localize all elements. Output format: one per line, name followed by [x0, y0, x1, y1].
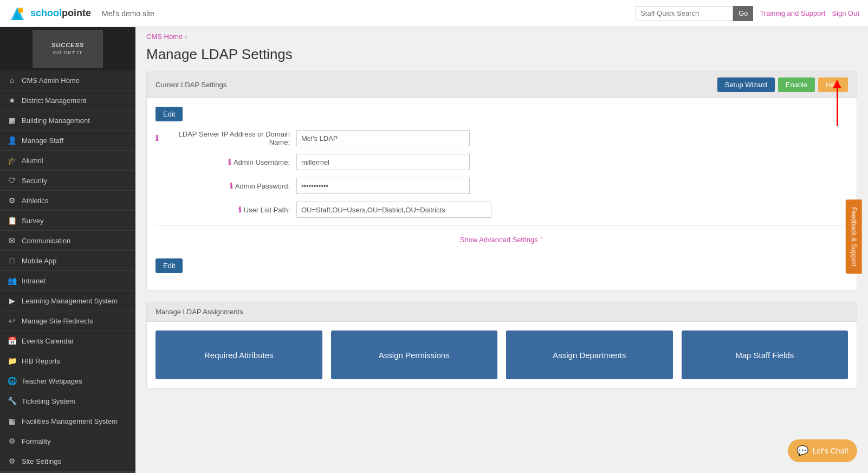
formality-icon: ⚙	[8, 437, 16, 445]
mobile-icon: □	[8, 256, 16, 265]
sidebar-label: CMS Admin Home	[22, 76, 80, 85]
logo-text: schoolpointe	[30, 8, 91, 19]
signout-link[interactable]: Sign Out	[832, 9, 859, 17]
sidebar-item-athletics[interactable]: ⚙ Athletics	[0, 191, 135, 211]
sidebar-item-communication[interactable]: ✉ Communication	[0, 231, 135, 251]
alumni-icon: 🎓	[8, 156, 16, 165]
sidebar-label: Learning Management System	[22, 297, 118, 305]
content-area: CMS Home › Manage LDAP Settings Current …	[135, 27, 868, 473]
assign-permissions-card[interactable]: Assign Permissions	[331, 331, 498, 379]
sidebar-label: Athletics	[22, 197, 48, 205]
breadcrumb: CMS Home ›	[135, 27, 868, 46]
assignments-panel-header: Manage LDAP Assignments	[147, 302, 857, 322]
sidebar-banner: SUCCESSgo get it	[0, 27, 135, 70]
sidebar-label: Manage Site Redirects	[22, 317, 93, 325]
lms-icon: ▶	[8, 296, 16, 305]
sidebar-label: Formality	[22, 437, 50, 445]
map-staff-fields-card[interactable]: Map Staff Fields	[682, 331, 848, 379]
sidebar-banner-image: SUCCESSgo get it	[33, 30, 103, 68]
sidebar-item-manage-staff[interactable]: 👤 Manage Staff	[0, 131, 135, 151]
advanced-divider-bottom	[156, 254, 848, 254]
main-layout: SUCCESSgo get it ⌂ CMS Admin Home ★ Dist…	[0, 27, 868, 473]
logo-area: schoolpointe Mel's demo site	[9, 5, 154, 22]
sidebar-item-building-mgmt[interactable]: ▦ Building Management	[0, 111, 135, 131]
sidebar-label: HIB Reports	[22, 357, 60, 365]
required-attributes-card[interactable]: Required Attributes	[156, 331, 322, 379]
logo-icon	[9, 5, 26, 22]
edit-button-bottom[interactable]: Edit	[156, 258, 183, 273]
sidebar-item-alumni[interactable]: 🎓 Alumni	[0, 151, 135, 171]
sidebar-item-security[interactable]: 🛡 Security	[0, 171, 135, 191]
sidebar-label: Survey	[22, 217, 43, 225]
sidebar-label: Site Settings	[22, 457, 61, 465]
sidebar-item-cms-admin[interactable]: ⌂ CMS Admin Home	[0, 70, 135, 90]
assign-departments-card[interactable]: Assign Departments	[506, 331, 673, 379]
search-input[interactable]	[636, 6, 733, 21]
sidebar-item-facilities[interactable]: ▦ Facilities Management System	[0, 411, 135, 431]
form-row-user-list-path: ℹ User List Path:	[156, 202, 848, 218]
settings-icon: ⚙	[8, 457, 16, 465]
admin-username-input[interactable]	[296, 154, 470, 170]
svg-point-2	[18, 8, 23, 13]
form-label-admin-username: ℹ Admin Username:	[156, 158, 296, 166]
shield-icon: 🛡	[8, 176, 16, 185]
red-arrow	[833, 80, 841, 126]
go-button[interactable]: Go	[733, 6, 753, 21]
home-icon: ⌂	[8, 76, 16, 85]
sidebar-item-ticketing[interactable]: 🔧 Ticketing System	[0, 391, 135, 411]
sidebar-item-survey[interactable]: 📋 Survey	[0, 211, 135, 231]
show-advanced-link[interactable]: Show Advanced Settings ˅	[156, 230, 848, 249]
advanced-divider	[156, 225, 848, 226]
star-icon: ★	[8, 96, 16, 105]
communication-icon: ✉	[8, 236, 16, 245]
setup-wizard-button[interactable]: Setup Wizard	[717, 77, 775, 92]
current-ldap-panel-header: Current LDAP Settings Setup Wizard Enabl…	[147, 72, 857, 98]
training-link[interactable]: Training and Support	[760, 9, 825, 17]
redirects-icon: ↩	[8, 316, 16, 325]
ldap-server-input[interactable]	[296, 130, 470, 146]
edit-button-top[interactable]: Edit	[156, 107, 183, 121]
search-box: Go	[636, 6, 753, 21]
form-row-ldap-server: ℹ LDAP Server IP Address or Domain Name:	[156, 130, 848, 146]
sidebar-item-teacher-webpages[interactable]: 🌐 Teacher Webpages	[0, 371, 135, 391]
sidebar-item-site-redirects[interactable]: ↩ Manage Site Redirects	[0, 311, 135, 331]
info-icon-admin-username: ℹ	[228, 158, 231, 166]
reports-icon: 📁	[8, 357, 16, 365]
sidebar-label: Teacher Webpages	[22, 377, 82, 385]
current-ldap-panel-title: Current LDAP Settings	[156, 81, 226, 89]
chat-button[interactable]: 💬 Let's Chat!	[788, 439, 858, 462]
form-label-admin-password: ℹ Admin Password:	[156, 182, 296, 190]
sidebar-label: Facilities Management System	[22, 417, 118, 425]
user-list-path-input[interactable]	[296, 202, 491, 218]
sidebar-item-events-calendar[interactable]: 📅 Events Calendar	[0, 331, 135, 351]
sidebar-item-site-settings[interactable]: ⚙ Site Settings	[0, 451, 135, 471]
enable-button[interactable]: Enable	[778, 77, 815, 92]
assignment-grid: Required Attributes Assign Permissions A…	[147, 322, 857, 388]
sidebar-item-formality[interactable]: ⚙ Formality	[0, 431, 135, 451]
sidebar-label: Alumni	[22, 157, 43, 165]
sidebar-label: Manage Staff	[22, 137, 63, 145]
sidebar-label: Mobile App	[22, 257, 56, 265]
staff-icon: 👤	[8, 136, 16, 145]
sidebar-label: Communication	[22, 237, 70, 245]
assignments-panel-title: Manage LDAP Assignments	[156, 308, 243, 316]
form-row-admin-password: ℹ Admin Password:	[156, 178, 848, 194]
admin-password-input[interactable]	[296, 178, 470, 194]
sidebar-item-lms[interactable]: ▶ Learning Management System	[0, 291, 135, 311]
intranet-icon: 👥	[8, 276, 16, 285]
sidebar-label: Events Calendar	[22, 337, 74, 345]
sidebar-item-district-mgmt[interactable]: ★ District Management	[0, 90, 135, 111]
breadcrumb-separator: ›	[185, 33, 187, 41]
calendar-icon: 📅	[8, 336, 16, 345]
feedback-tab[interactable]: Feedback & Support	[845, 199, 861, 274]
site-name: Mel's demo site	[102, 9, 154, 18]
sidebar-label: Building Management	[22, 116, 90, 125]
sidebar-label: Intranet	[22, 277, 46, 285]
survey-icon: 📋	[8, 216, 16, 225]
sidebar-item-intranet[interactable]: 👥 Intranet	[0, 271, 135, 291]
sidebar-item-hib-reports[interactable]: 📁 HIB Reports	[0, 351, 135, 371]
sidebar-item-mobile-app[interactable]: □ Mobile App	[0, 251, 135, 271]
arrow-head	[833, 80, 841, 88]
chat-icon: 💬	[796, 445, 808, 457]
breadcrumb-home[interactable]: CMS Home	[146, 33, 183, 41]
